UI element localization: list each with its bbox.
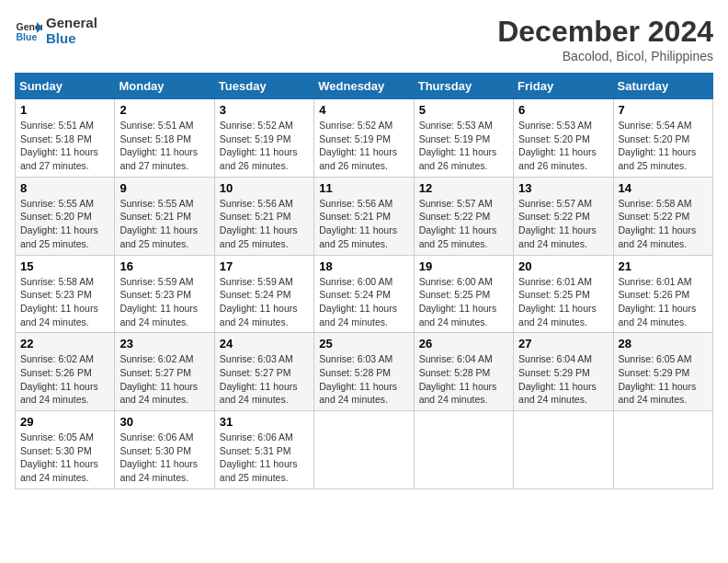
day-info: Sunrise: 5:56 AM Sunset: 5:21 PM Dayligh… [319,197,408,251]
calendar-day-27: 27 Sunrise: 6:04 AM Sunset: 5:29 PM Dayl… [514,333,613,411]
weekday-header-tuesday: Tuesday [214,74,313,99]
day-info: Sunrise: 6:01 AM Sunset: 5:26 PM Dayligh… [619,275,708,329]
day-info: Sunrise: 6:00 AM Sunset: 5:24 PM Dayligh… [319,275,408,329]
calendar-week-row: 8 Sunrise: 5:55 AM Sunset: 5:20 PM Dayli… [16,177,713,255]
day-info: Sunrise: 5:53 AM Sunset: 5:20 PM Dayligh… [518,119,608,173]
day-info: Sunrise: 6:03 AM Sunset: 5:28 PM Dayligh… [319,352,408,407]
calendar-day-29: 29 Sunrise: 6:05 AM Sunset: 5:30 PM Dayl… [16,411,115,489]
calendar-week-row: 29 Sunrise: 6:05 AM Sunset: 5:30 PM Dayl… [16,411,713,489]
calendar-body: 1 Sunrise: 5:51 AM Sunset: 5:18 PM Dayli… [16,99,713,489]
calendar-day-5: 5 Sunrise: 5:53 AM Sunset: 5:19 PM Dayli… [414,99,513,178]
day-info: Sunrise: 5:51 AM Sunset: 5:18 PM Dayligh… [119,119,209,173]
weekday-header-sunday: Sunday [16,74,115,99]
day-info: Sunrise: 5:58 AM Sunset: 5:23 PM Dayligh… [20,275,109,329]
day-number: 4 [319,103,408,117]
day-info: Sunrise: 6:04 AM Sunset: 5:28 PM Dayligh… [419,352,508,407]
day-number: 15 [20,259,109,273]
calendar-day-15: 15 Sunrise: 5:58 AM Sunset: 5:23 PM Dayl… [16,255,115,333]
day-number: 22 [20,337,109,350]
day-info: Sunrise: 5:55 AM Sunset: 5:21 PM Dayligh… [119,197,209,251]
calendar-day-23: 23 Sunrise: 6:02 AM Sunset: 5:27 PM Dayl… [115,333,214,411]
day-info: Sunrise: 5:57 AM Sunset: 5:22 PM Dayligh… [419,197,508,251]
calendar-week-row: 15 Sunrise: 5:58 AM Sunset: 5:23 PM Dayl… [16,255,713,333]
day-info: Sunrise: 6:03 AM Sunset: 5:27 PM Dayligh… [220,352,309,407]
day-info: Sunrise: 5:54 AM Sunset: 5:20 PM Dayligh… [619,119,708,173]
day-info: Sunrise: 5:53 AM Sunset: 5:19 PM Dayligh… [419,119,508,173]
day-number: 31 [220,415,309,429]
day-info: Sunrise: 5:59 AM Sunset: 5:24 PM Dayligh… [220,275,309,329]
calendar: SundayMondayTuesdayWednesdayThursdayFrid… [15,73,713,489]
day-number: 21 [619,259,708,273]
day-info: Sunrise: 6:02 AM Sunset: 5:27 PM Dayligh… [119,352,209,407]
day-number: 26 [419,337,508,350]
calendar-day-6: 6 Sunrise: 5:53 AM Sunset: 5:20 PM Dayli… [514,99,613,178]
day-info: Sunrise: 6:01 AM Sunset: 5:25 PM Dayligh… [518,275,608,329]
calendar-day-3: 3 Sunrise: 5:52 AM Sunset: 5:19 PM Dayli… [214,99,313,178]
day-number: 29 [20,415,109,429]
weekday-header-saturday: Saturday [613,74,712,99]
empty-cell [514,411,613,489]
logo: General Blue General Blue [15,15,97,46]
day-number: 8 [20,181,109,195]
day-number: 30 [119,415,209,429]
day-number: 7 [619,103,708,117]
calendar-day-18: 18 Sunrise: 6:00 AM Sunset: 5:24 PM Dayl… [314,255,414,333]
calendar-day-10: 10 Sunrise: 5:56 AM Sunset: 5:21 PM Dayl… [214,177,313,255]
day-info: Sunrise: 6:04 AM Sunset: 5:29 PM Dayligh… [518,352,608,407]
calendar-day-25: 25 Sunrise: 6:03 AM Sunset: 5:28 PM Dayl… [314,333,414,411]
day-number: 3 [220,103,309,117]
day-number: 12 [419,181,508,195]
month-title: December 2024 [497,15,713,49]
calendar-day-24: 24 Sunrise: 6:03 AM Sunset: 5:27 PM Dayl… [214,333,313,411]
title-area: December 2024 Bacolod, Bicol, Philippine… [497,15,713,63]
calendar-day-12: 12 Sunrise: 5:57 AM Sunset: 5:22 PM Dayl… [414,177,513,255]
weekday-header-friday: Friday [514,74,613,99]
location-title: Bacolod, Bicol, Philippines [497,49,713,63]
calendar-day-2: 2 Sunrise: 5:51 AM Sunset: 5:18 PM Dayli… [115,99,214,178]
day-number: 27 [518,337,608,350]
weekday-header-monday: Monday [115,74,214,99]
calendar-day-9: 9 Sunrise: 5:55 AM Sunset: 5:21 PM Dayli… [115,177,214,255]
calendar-week-row: 22 Sunrise: 6:02 AM Sunset: 5:26 PM Dayl… [16,333,713,411]
day-number: 10 [220,181,309,195]
day-info: Sunrise: 6:05 AM Sunset: 5:30 PM Dayligh… [20,431,109,485]
calendar-day-8: 8 Sunrise: 5:55 AM Sunset: 5:20 PM Dayli… [16,177,115,255]
calendar-day-14: 14 Sunrise: 5:58 AM Sunset: 5:22 PM Dayl… [613,177,712,255]
day-info: Sunrise: 6:06 AM Sunset: 5:30 PM Dayligh… [119,431,209,485]
weekday-header-wednesday: Wednesday [314,74,414,99]
calendar-day-4: 4 Sunrise: 5:52 AM Sunset: 5:19 PM Dayli… [314,99,414,178]
empty-cell [613,411,712,489]
calendar-day-21: 21 Sunrise: 6:01 AM Sunset: 5:26 PM Dayl… [613,255,712,333]
logo-general: General [46,15,97,30]
day-number: 2 [119,103,209,117]
day-number: 13 [518,181,608,195]
day-info: Sunrise: 5:57 AM Sunset: 5:22 PM Dayligh… [518,197,608,251]
calendar-day-26: 26 Sunrise: 6:04 AM Sunset: 5:28 PM Dayl… [414,333,513,411]
calendar-header: SundayMondayTuesdayWednesdayThursdayFrid… [16,74,713,99]
day-number: 11 [319,181,408,195]
day-number: 18 [319,259,408,273]
day-number: 6 [518,103,608,117]
header: General Blue General Blue December 2024 … [15,15,713,63]
day-number: 14 [619,181,708,195]
day-info: Sunrise: 5:52 AM Sunset: 5:19 PM Dayligh… [220,119,309,173]
calendar-day-13: 13 Sunrise: 5:57 AM Sunset: 5:22 PM Dayl… [514,177,613,255]
calendar-day-1: 1 Sunrise: 5:51 AM Sunset: 5:18 PM Dayli… [16,99,115,178]
calendar-day-22: 22 Sunrise: 6:02 AM Sunset: 5:26 PM Dayl… [16,333,115,411]
day-info: Sunrise: 5:52 AM Sunset: 5:19 PM Dayligh… [319,119,408,173]
day-number: 5 [419,103,508,117]
logo-blue: Blue [46,30,97,46]
calendar-day-20: 20 Sunrise: 6:01 AM Sunset: 5:25 PM Dayl… [514,255,613,333]
svg-text:Blue: Blue [17,31,38,42]
day-number: 16 [119,259,209,273]
day-info: Sunrise: 5:55 AM Sunset: 5:20 PM Dayligh… [20,197,109,251]
day-info: Sunrise: 5:59 AM Sunset: 5:23 PM Dayligh… [119,275,209,329]
calendar-day-16: 16 Sunrise: 5:59 AM Sunset: 5:23 PM Dayl… [115,255,214,333]
weekday-header-thursday: Thursday [414,74,513,99]
day-info: Sunrise: 5:56 AM Sunset: 5:21 PM Dayligh… [220,197,309,251]
calendar-day-28: 28 Sunrise: 6:05 AM Sunset: 5:29 PM Dayl… [613,333,712,411]
calendar-week-row: 1 Sunrise: 5:51 AM Sunset: 5:18 PM Dayli… [16,99,713,178]
calendar-day-30: 30 Sunrise: 6:06 AM Sunset: 5:30 PM Dayl… [115,411,214,489]
logo-icon: General Blue [15,17,42,44]
day-number: 28 [619,337,708,350]
